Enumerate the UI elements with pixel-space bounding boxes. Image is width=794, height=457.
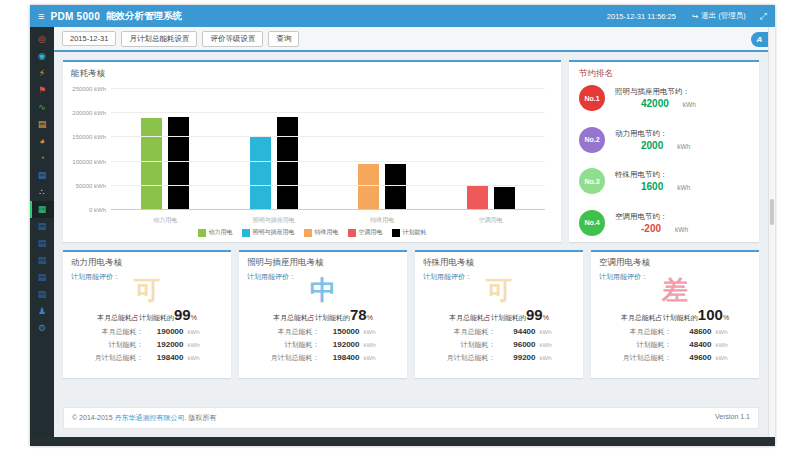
evaluation-level-settings-button[interactable]: 评价等级设置	[202, 31, 263, 47]
stat-value: 48600	[676, 327, 712, 336]
monitor-icon[interactable]: ◉	[30, 48, 54, 65]
stat-value: 150000	[324, 327, 360, 336]
content-area: 能耗考核 0 kWh50000 kWh100000 kWh150000 kWh2…	[54, 52, 768, 437]
bar-group	[111, 89, 220, 210]
power-assessment-card: 动力用电考核计划用能评价：可本月总能耗占计划能耗的99%本月总能耗：190000…	[63, 250, 231, 378]
stat-rows: 本月总能耗：94400kWh计划能耗：96000kWh月计划总能耗：99200k…	[423, 327, 575, 363]
logout-icon: ↪	[692, 12, 698, 21]
report-icon[interactable]: ▤	[30, 286, 54, 303]
rank-unit: kWh	[677, 184, 690, 191]
rank-value: 2000	[641, 140, 663, 151]
report-icon[interactable]: ▤	[30, 252, 54, 269]
monthly-plan-energy-settings-button[interactable]: 月计划总能耗设置	[121, 31, 197, 47]
archive-icon[interactable]: ▤	[30, 167, 54, 184]
pie-chart-icon[interactable]: ◕	[30, 133, 54, 150]
logout-button[interactable]: ↪ 退出 (管理员)	[692, 11, 746, 21]
legend-item[interactable]: 动力用电	[198, 228, 233, 237]
percent-sign: %	[723, 314, 729, 321]
scrollbar[interactable]	[768, 27, 775, 437]
chart-legend: 动力用电照明与插座用电特殊用电空调用电计划能耗	[71, 226, 553, 239]
legend-item[interactable]: 特殊用电	[304, 228, 339, 237]
gridline	[111, 161, 545, 162]
special-assessment-card: 特殊用电考核计划用能评价：可本月总能耗占计划能耗的99%本月总能耗：94400k…	[415, 250, 583, 378]
legend-item[interactable]: 空调用电	[348, 228, 383, 237]
assistant-tab[interactable]: A	[751, 32, 768, 47]
bar-actual[interactable]	[358, 164, 379, 210]
company-link[interactable]: 丹东华通测控有限公司	[115, 414, 185, 421]
bar-plan[interactable]	[277, 117, 298, 210]
hvac-assessment-card: 空调用电考核计划用能评价：差本月总能耗占计划能耗的100%本月总能耗：48600…	[591, 250, 759, 378]
fullscreen-icon[interactable]: ⤢	[760, 11, 767, 22]
bolt-icon[interactable]: ⚡	[30, 65, 54, 82]
percent-sign: %	[543, 314, 549, 321]
body-row: ◎◉⚡⚑∿▤◕◔▤∴▦▤▤▤▤▤♟⚙ 2015-12-31月计划总能耗设置评价等…	[30, 27, 775, 437]
rank-unit: kWh	[675, 226, 688, 233]
stat-label: 月计划总能耗：	[271, 353, 320, 363]
stat-value: 192000	[324, 340, 360, 349]
gridline	[111, 88, 545, 89]
stat-label: 计划能耗：	[623, 340, 672, 350]
sidebar: ◎◉⚡⚑∿▤◕◔▤∴▦▤▤▤▤▤♟⚙	[30, 27, 54, 437]
gauge-icon[interactable]: ◔	[30, 150, 54, 167]
stat-label: 本月总能耗：	[271, 327, 320, 337]
ranking-item: No.4空调用电节约：-200kWh	[579, 210, 749, 236]
rank-unit: kWh	[683, 101, 696, 108]
legend-item[interactable]: 计划能耗	[392, 228, 427, 237]
stat-value: 96000	[500, 340, 536, 349]
scrollbar-thumb[interactable]	[770, 199, 774, 225]
grade-char: 差	[599, 277, 751, 303]
stat-value: 198400	[324, 353, 360, 362]
user-icon[interactable]: ♟	[30, 303, 54, 320]
x-axis: 动力用电照明与插座用电特殊用电空调用电	[111, 212, 545, 226]
stat-unit: kWh	[716, 329, 728, 335]
report-icon[interactable]: ▤	[30, 269, 54, 286]
x-axis-label: 照明与插座用电	[220, 212, 329, 226]
bar-plan[interactable]	[494, 187, 515, 210]
stat-unit: kWh	[364, 355, 376, 361]
report-icon[interactable]: ▤	[30, 218, 54, 235]
card-title: 空调用电考核	[599, 257, 751, 269]
bar-actual[interactable]	[250, 137, 271, 210]
bar-group	[220, 89, 329, 210]
trend-chart-icon[interactable]: ∿	[30, 99, 54, 116]
menu-icon[interactable]: ≡	[38, 11, 44, 22]
legend-item[interactable]: 照明与插座用电	[242, 228, 295, 237]
bar-actual[interactable]	[467, 186, 488, 210]
grade-char: 可	[71, 277, 223, 303]
bottom-bar	[30, 437, 775, 446]
energy-analysis-icon[interactable]: ▦	[30, 201, 54, 218]
date-picker-button[interactable]: 2015-12-31	[62, 31, 116, 46]
folder-icon[interactable]: ▤	[30, 116, 54, 133]
bar-plan[interactable]	[385, 164, 406, 210]
stat-unit: kWh	[364, 329, 376, 335]
stat-value: 192000	[148, 340, 184, 349]
bar-actual[interactable]	[141, 118, 162, 210]
share-icon[interactable]: ∴	[30, 184, 54, 201]
top-row: 能耗考核 0 kWh50000 kWh100000 kWh150000 kWh2…	[63, 60, 759, 242]
stat-rows: 本月总能耗：190000kWh计划能耗：192000kWh月计划总能耗：1984…	[71, 327, 223, 363]
version-label: Version 1.1	[715, 413, 750, 423]
stat-unit: kWh	[364, 342, 376, 348]
target-icon[interactable]: ◎	[30, 31, 54, 48]
stat-unit: kWh	[716, 342, 728, 348]
app-window: ≡ PDM 5000 能效分析管理系统 2015-12-31 11:56:25 …	[30, 5, 775, 446]
grade-char: 可	[423, 277, 575, 303]
gear-icon[interactable]: ⚙	[30, 320, 54, 337]
card-title: 动力用电考核	[71, 257, 223, 269]
bar-plan[interactable]	[168, 117, 189, 210]
stat-unit: kWh	[540, 342, 552, 348]
rank-value: -200	[641, 223, 661, 234]
bar-group	[437, 89, 546, 210]
legend-label: 照明与插座用电	[253, 228, 295, 237]
rank-badge: No.4	[579, 210, 605, 236]
query-button[interactable]: 查询	[268, 31, 299, 47]
stat-label: 本月总能耗：	[623, 327, 672, 337]
flag-icon[interactable]: ⚑	[30, 82, 54, 99]
rank-label: 动力用电节约：	[615, 129, 749, 139]
y-axis-label: 200000 kWh	[72, 110, 106, 116]
report-icon[interactable]: ▤	[30, 235, 54, 252]
header: ≡ PDM 5000 能效分析管理系统 2015-12-31 11:56:25 …	[30, 5, 775, 27]
summary-prefix: 本月总能耗占计划能耗的	[273, 314, 350, 321]
gridline	[111, 209, 545, 210]
energy-assessment-chart-panel: 能耗考核 0 kWh50000 kWh100000 kWh150000 kWh2…	[63, 60, 561, 242]
